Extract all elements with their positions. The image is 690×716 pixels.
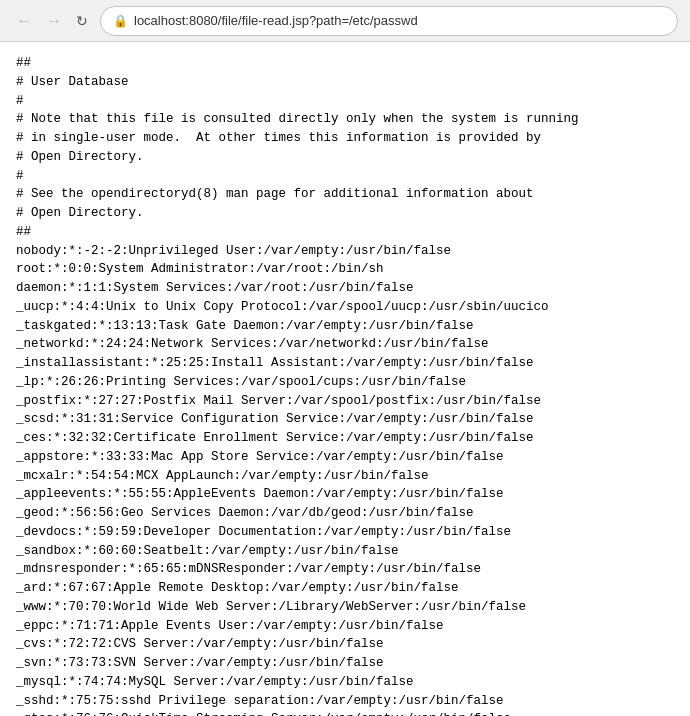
forward-button[interactable]: → — [42, 10, 66, 32]
back-button[interactable]: ← — [12, 10, 36, 32]
lock-icon: 🔒 — [113, 14, 128, 28]
page-content: ## # User Database # # Note that this fi… — [0, 42, 690, 716]
nav-buttons: ← → ↻ — [12, 10, 92, 32]
address-bar[interactable]: 🔒 localhost:8080/file/file-read.jsp?path… — [100, 6, 678, 36]
url-text: localhost:8080/file/file-read.jsp?path=/… — [134, 13, 418, 28]
refresh-button[interactable]: ↻ — [72, 11, 92, 31]
browser-chrome: ← → ↻ 🔒 localhost:8080/file/file-read.js… — [0, 0, 690, 42]
file-content: ## # User Database # # Note that this fi… — [16, 54, 674, 716]
